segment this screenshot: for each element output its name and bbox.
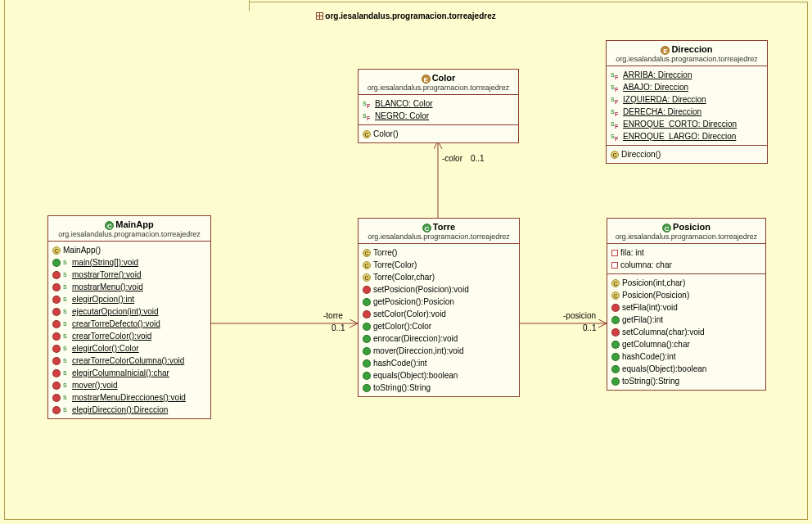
member-row[interactable]: getPosicion():Posicion: [363, 296, 515, 308]
package-name: org.iesalandalus.programacion.torreajedr…: [325, 11, 495, 20]
assoc-role-color: -color: [442, 154, 462, 163]
member-signature: hashCode():int: [373, 358, 427, 368]
enum-literal-row[interactable]: ENROQUE_LARGO: Direccion: [611, 130, 763, 142]
member-signature: setColor(Color):void: [373, 309, 446, 319]
member-row[interactable]: toString():String: [363, 382, 515, 394]
class-mainapp[interactable]: CMainApp org.iesalandalus.programacion.t…: [47, 215, 211, 419]
member-signature: ejecutarOpcion(int):void: [72, 306, 159, 317]
visibility-icon: [611, 353, 620, 361]
literal-signature: DERECHA: Direccion: [623, 106, 701, 117]
member-row[interactable]: Direccion(): [611, 148, 763, 160]
constructor-icon: [611, 279, 620, 287]
literal-signature: ENROQUE_CORTO: Direccion: [623, 119, 737, 129]
enum-color[interactable]: EColor org.iesalandalus.programacion.tor…: [358, 69, 519, 143]
member-row[interactable]: getColumna():char: [611, 338, 761, 350]
enum-icon: E: [661, 46, 670, 55]
member-row[interactable]: toString():String: [611, 375, 761, 387]
constructor-icon: [363, 130, 371, 138]
member-row[interactable]: Torre(Color,char): [363, 271, 515, 283]
static-badge: [63, 332, 70, 341]
class-posicion[interactable]: CPosicion org.iesalandalus.programacion.…: [607, 218, 766, 391]
member-row[interactable]: getColor():Color: [363, 320, 515, 332]
enum-literal-row[interactable]: DERECHA: Direccion: [611, 106, 763, 118]
member-row[interactable]: equals(Object):boolean: [611, 363, 761, 375]
enum-literal-row[interactable]: BLANCO: Color: [363, 97, 514, 110]
member-row[interactable]: mostrarTorre():void: [52, 269, 206, 281]
visibility-icon: [52, 296, 61, 304]
member-row[interactable]: Posicion(int,char): [611, 277, 761, 289]
member-signature: mover(Direccion,int):void: [373, 346, 464, 356]
member-row[interactable]: setPosicion(Posicion):void: [363, 283, 515, 296]
member-row[interactable]: elegirDireccion():Direccion: [52, 404, 206, 416]
member-signature: getFila():int: [622, 314, 663, 325]
constructor-icon: [52, 246, 61, 255]
operations-section: MainApp()main(String[]):voidmostrarTorre…: [48, 242, 210, 418]
visibility-icon: [52, 283, 61, 291]
assoc-mult-torre: 0..1: [332, 323, 345, 332]
literals-section: ARRIBA: DireccionABAJO: DireccionIZQUIER…: [607, 66, 767, 146]
visibility-icon: [52, 271, 61, 279]
class-package: org.iesalandalus.programacion.torreajedr…: [363, 233, 514, 241]
assoc-role-torre: -torre: [323, 311, 343, 320]
member-row[interactable]: elegirOpcion():int: [52, 293, 206, 305]
operations-section: Color(): [359, 125, 518, 142]
visibility-icon: [363, 347, 371, 355]
member-row[interactable]: hashCode():int: [363, 357, 515, 369]
static-badge: [63, 394, 70, 402]
assoc-role-posicion: -posicion: [563, 311, 596, 320]
member-row[interactable]: setColor(Color):void: [363, 308, 515, 320]
member-row[interactable]: mover():void: [52, 379, 206, 391]
visibility-icon: [52, 320, 61, 328]
member-row[interactable]: ejecutarOpcion(int):void: [52, 305, 206, 318]
member-row[interactable]: setColumna(char):void: [611, 326, 761, 338]
member-row[interactable]: elegirColumnaInicial():char: [52, 367, 206, 379]
member-row[interactable]: MainApp(): [52, 244, 206, 256]
static-final-badge: [363, 112, 372, 120]
enum-direccion[interactable]: EDireccion org.iesalandalus.programacion…: [606, 40, 768, 164]
assoc-mult-color: 0..1: [471, 154, 485, 163]
enum-literal-row[interactable]: ARRIBA: Direccion: [611, 69, 763, 81]
visibility-icon: [611, 304, 620, 312]
member-row[interactable]: Posicion(Posicion): [611, 289, 761, 301]
member-row[interactable]: mover(Direccion,int):void: [363, 345, 515, 357]
class-torre[interactable]: CTorre org.iesalandalus.programacion.tor…: [358, 218, 520, 397]
member-row[interactable]: setFila(int):void: [611, 301, 761, 314]
member-row[interactable]: crearTorreColorColumna():void: [52, 355, 206, 367]
member-row[interactable]: Torre(Color): [363, 259, 515, 271]
member-row[interactable]: main(String[]):void: [52, 256, 206, 269]
literal-signature: ARRIBA: Direccion: [623, 70, 692, 80]
visibility-icon: [363, 310, 371, 318]
member-row[interactable]: Color(): [363, 128, 514, 140]
class-header: CMainApp org.iesalandalus.programacion.t…: [48, 216, 210, 242]
assoc-mult-posicion: 0..1: [583, 323, 597, 332]
enum-literal-row[interactable]: ABAJO: Direccion: [611, 81, 763, 93]
member-signature: Torre(Color,char): [373, 272, 435, 282]
member-signature: Posicion(int,char): [622, 278, 685, 288]
package-tab: [4, 0, 250, 11]
member-row[interactable]: enrocar(Direccion):void: [363, 332, 515, 345]
class-name: Direccion: [671, 44, 712, 54]
member-signature: elegirOpcion():int: [72, 294, 134, 305]
member-row[interactable]: crearTorreColor():void: [52, 330, 206, 342]
visibility-icon: [52, 382, 61, 390]
attribute-signature: columna: char: [620, 260, 672, 270]
enum-literal-row[interactable]: IZQUIERDA: Direccion: [611, 93, 763, 106]
attribute-row[interactable]: fila: int: [611, 246, 761, 259]
enum-literal-row[interactable]: NEGRO: Color: [363, 110, 514, 122]
member-row[interactable]: crearTorreDefecto():void: [52, 318, 206, 330]
class-package: org.iesalandalus.programacion.torreajedr…: [611, 55, 762, 63]
member-row[interactable]: hashCode():int: [611, 350, 761, 363]
member-row[interactable]: equals(Object):boolean: [363, 369, 515, 382]
enum-literal-row[interactable]: ENROQUE_CORTO: Direccion: [611, 118, 763, 130]
member-row[interactable]: getFila():int: [611, 314, 761, 326]
member-row[interactable]: mostrarMenu():void: [52, 281, 206, 293]
visibility-icon: [611, 316, 620, 324]
attribute-row[interactable]: columna: char: [611, 259, 761, 271]
class-package: org.iesalandalus.programacion.torreajedr…: [53, 230, 205, 238]
static-final-badge: [611, 133, 620, 141]
member-row[interactable]: elegirColor():Color: [52, 342, 206, 355]
member-signature: equals(Object):boolean: [622, 364, 706, 374]
class-name: Color: [432, 73, 456, 83]
member-row[interactable]: mostrarMenuDirecciones():void: [52, 391, 206, 404]
member-row[interactable]: Torre(): [363, 246, 515, 259]
